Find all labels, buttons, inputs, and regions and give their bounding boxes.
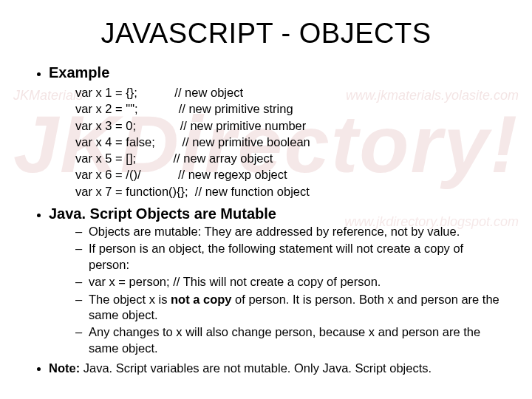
section-mutable: Java. Script Objects are Mutable Objects… xyxy=(49,205,502,357)
mutable-heading: Java. Script Objects are Mutable xyxy=(49,205,276,222)
list-item: The object x is not a copy of person. It… xyxy=(75,292,502,324)
code-block: var x 1 = {}; // new object var x 2 = ""… xyxy=(75,84,502,200)
section-example: Example var x 1 = {}; // new object var … xyxy=(49,64,502,200)
note-text: Note: Java. Script variables are not mut… xyxy=(49,361,432,375)
list-item: Any changes to x will also change person… xyxy=(75,324,502,356)
list-item: If person is an object, the following st… xyxy=(75,241,502,273)
slide: JAVASCRIPT - OBJECTS Example var x 1 = {… xyxy=(0,0,532,399)
content-list: Example var x 1 = {}; // new object var … xyxy=(30,64,502,377)
list-item: var x = person; // This will not create … xyxy=(75,274,502,290)
note-body: Java. Script variables are not mutable. … xyxy=(80,361,432,375)
mutable-list: Objects are mutable: They are addressed … xyxy=(49,224,502,357)
item-text: The object x is xyxy=(89,293,171,306)
list-item: Objects are mutable: They are addressed … xyxy=(75,224,502,239)
page-title: JAVASCRIPT - OBJECTS xyxy=(30,18,502,50)
item-bold: not a copy xyxy=(171,293,232,306)
section-note: Note: Java. Script variables are not mut… xyxy=(49,361,502,376)
example-heading: Example xyxy=(49,64,109,81)
note-bold: Note: xyxy=(49,361,80,375)
